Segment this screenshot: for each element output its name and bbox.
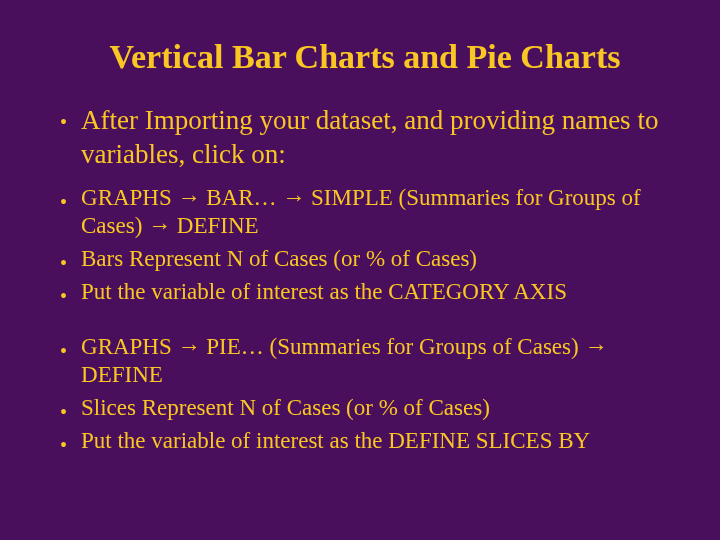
group2-list: • GRAPHS → PIE… (Summaries for Groups of… (60, 333, 670, 456)
list-item-text: GRAPHS → BAR… → SIMPLE (Summaries for Gr… (81, 184, 670, 242)
intro-list: • After Importing your dataset, and prov… (60, 104, 670, 172)
list-item-text: GRAPHS → PIE… (Summaries for Groups of C… (81, 333, 670, 391)
bullet-icon: • (60, 110, 67, 134)
list-item-text: Put the variable of interest as the DEFI… (81, 427, 590, 456)
bullet-icon: • (60, 339, 67, 363)
list-item: • GRAPHS → PIE… (Summaries for Groups of… (60, 333, 670, 391)
list-item-text: Put the variable of interest as the CATE… (81, 278, 567, 307)
group1-list: • GRAPHS → BAR… → SIMPLE (Summaries for … (60, 184, 670, 307)
list-item-text: After Importing your dataset, and provid… (81, 104, 670, 172)
bullet-icon: • (60, 400, 67, 424)
bullet-icon: • (60, 284, 67, 308)
list-item: • Bars Represent N of Cases (or % of Cas… (60, 245, 670, 274)
list-item: • Slices Represent N of Cases (or % of C… (60, 394, 670, 423)
list-item-text: Bars Represent N of Cases (or % of Cases… (81, 245, 477, 274)
bullet-icon: • (60, 433, 67, 457)
bullet-icon: • (60, 251, 67, 275)
list-item-text: Slices Represent N of Cases (or % of Cas… (81, 394, 490, 423)
list-item: • GRAPHS → BAR… → SIMPLE (Summaries for … (60, 184, 670, 242)
list-item: • Put the variable of interest as the CA… (60, 278, 670, 307)
list-item: • After Importing your dataset, and prov… (60, 104, 670, 172)
slide-title: Vertical Bar Charts and Pie Charts (60, 38, 670, 76)
bullet-icon: • (60, 190, 67, 214)
list-item: • Put the variable of interest as the DE… (60, 427, 670, 456)
